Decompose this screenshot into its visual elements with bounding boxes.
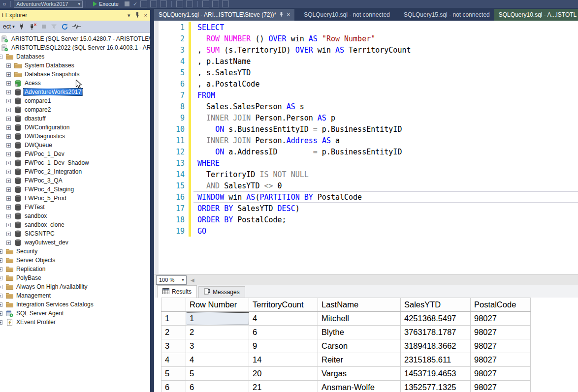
tree-item-label[interactable]: SQL Server Agent (15, 310, 64, 317)
grid-cell[interactable]: 98027 (471, 326, 531, 339)
grid-cell[interactable]: 3763178.1787 (401, 326, 471, 339)
expand-box-icon[interactable]: + (6, 170, 11, 174)
toolbar-icon[interactable] (186, 0, 193, 7)
tree-item[interactable]: +FWPoc_1_Dev_Shadow (0, 158, 150, 167)
grid-cell[interactable]: 98027 (471, 367, 531, 381)
tree-item[interactable]: +Always On High Availability (0, 282, 150, 291)
close-icon[interactable]: × (287, 11, 290, 18)
tree-item-label[interactable]: compare2 (24, 106, 52, 113)
grid-cell[interactable]: Ansman-Wolfe (318, 381, 401, 392)
code-line[interactable]: 3, SUM (s.TerritoryID) OVER win AS Terri… (154, 44, 578, 56)
expand-box-icon[interactable]: + (6, 99, 11, 103)
code-line[interactable]: 6, a.PostalCode (154, 78, 578, 90)
tree-item-label[interactable]: SICSNTPC (24, 230, 56, 237)
expand-box-icon[interactable]: + (0, 294, 2, 298)
grid-cell[interactable]: 6 (249, 326, 318, 339)
toolbar-icon[interactable] (150, 0, 157, 7)
expand-box-icon[interactable]: + (0, 276, 2, 280)
grid-cell[interactable]: Carson (318, 339, 401, 353)
document-tab[interactable]: SQLQuery1.sql - ARI...ISTOTLE\Steve (72)… (154, 9, 294, 21)
tree-item-label[interactable]: DWConfiguration (24, 124, 70, 131)
tree-item-label[interactable]: dbastuff (24, 115, 46, 122)
tree-item-label[interactable]: sandbox_clone (24, 221, 65, 228)
toolbar-icon[interactable] (212, 0, 219, 7)
code-line[interactable]: 2 ROW_NUMBER () OVER win AS "Row Number" (154, 33, 578, 44)
tree-item[interactable]: ARISTOTLE (SQL Server 15.0.4280.7 - ARIS… (0, 34, 150, 43)
grid-cell[interactable]: 4 (186, 353, 249, 367)
code-line[interactable]: 10 ON s.BusinessEntityID = p.BusinessEnt… (154, 123, 578, 135)
tree-item[interactable]: +compare2 (0, 105, 150, 114)
code-line[interactable]: 12 ON a.AddressID = p.BusinessEntityID (154, 146, 578, 157)
tree-item-label[interactable]: FWPoc_5_Prod (24, 195, 67, 202)
tree-item[interactable]: +PolyBase (0, 273, 150, 282)
expand-box-icon[interactable]: + (6, 152, 11, 156)
code-line[interactable]: 5, s.SalesYTD (154, 67, 578, 78)
tree-item[interactable]: +FWPoc_4_Staging (0, 185, 150, 194)
grid-cell[interactable]: 98027 (471, 353, 531, 367)
code-line[interactable]: 9 INNER JOIN Person.Person AS p (154, 112, 578, 123)
tree-item[interactable]: +SQL Server Agent (0, 309, 150, 318)
tree-item-label[interactable]: Acess (24, 80, 42, 87)
tree-item[interactable]: ARISTOTLE\SQL2022 (SQL Server 16.0.4003.… (0, 43, 150, 52)
tree-item-label[interactable]: Management (15, 292, 52, 299)
expand-box-icon[interactable]: + (6, 161, 11, 165)
tree-item-label[interactable]: FWTest (24, 204, 46, 211)
expand-box-icon[interactable]: + (6, 134, 11, 139)
tree-item-label[interactable]: sandbox (24, 212, 48, 219)
grid-cell[interactable]: 1453719.4653 (401, 367, 471, 381)
window-position-icon[interactable]: ▾ (128, 12, 130, 19)
expand-box-icon[interactable]: + (6, 63, 11, 68)
expand-box-icon[interactable]: + (6, 108, 11, 112)
expand-box-icon[interactable]: + (0, 249, 2, 254)
document-tab[interactable]: SQLQuery10.sql - A...ISTOTL (494, 9, 578, 21)
code-line[interactable]: 4, p.LastName (154, 56, 578, 67)
grid-column-header[interactable]: Row Number (186, 298, 249, 312)
tree-item[interactable]: +System Databases (0, 61, 150, 70)
tree-item[interactable]: +DWConfiguration (0, 123, 150, 132)
code-line[interactable]: 15 AND SalesYTD <> 0 (154, 180, 578, 191)
code-line[interactable]: 14 TerritoryID IS NOT NULL (154, 169, 578, 180)
expand-box-icon[interactable]: + (6, 232, 11, 236)
tree-item[interactable]: +FWPoc_5_Prod (0, 194, 150, 203)
tree-item-label[interactable]: FWPoc_4_Staging (24, 186, 75, 193)
grid-cell[interactable]: 4 (249, 312, 318, 326)
grid-row-header[interactable]: 3 (161, 339, 186, 353)
document-tab[interactable]: SQLQuery15.sql - not connected (399, 9, 494, 21)
tree-item[interactable]: +Replication (0, 265, 150, 273)
tree-item-label[interactable]: compare1 (24, 97, 52, 104)
stop-icon[interactable] (125, 1, 129, 6)
expand-box-icon[interactable]: + (0, 258, 2, 263)
activity-monitor-icon[interactable] (72, 24, 81, 30)
expand-box-icon[interactable]: + (0, 320, 2, 325)
tree-item[interactable]: +Integration Services Catalogs (0, 300, 150, 309)
stop-icon[interactable] (41, 24, 47, 30)
tree-item-label[interactable]: System Databases (24, 62, 75, 69)
expand-box-icon[interactable]: + (6, 143, 11, 148)
filter-icon[interactable] (51, 24, 57, 30)
execute-button[interactable]: Execute (93, 1, 119, 7)
code-line[interactable]: 8 Sales.SalesPerson AS s (154, 101, 578, 112)
code-line[interactable]: 16WINDOW win AS(PARTITION BY PostalCode (154, 191, 578, 203)
tree-item-label[interactable]: ARISTOTLE (SQL Server 15.0.4280.7 - ARIS… (10, 35, 150, 42)
expand-box-icon[interactable]: + (0, 311, 2, 316)
tree-item[interactable]: +XEvent Profiler (0, 318, 150, 327)
tree-item-label[interactable]: Server Objects (15, 257, 56, 264)
tree-item-label[interactable]: Database Snapshots (24, 71, 80, 78)
tree-item[interactable]: +FWPoc_3_QA (0, 176, 150, 185)
disconnect-icon[interactable] (30, 23, 37, 30)
grid-row-header[interactable]: 4 (161, 353, 186, 367)
grid-row-header[interactable]: 1 (161, 312, 186, 326)
expand-box-icon[interactable]: + (0, 285, 2, 289)
results-tab-results[interactable]: Results (157, 285, 197, 298)
tree-item[interactable]: +FWPoc_1_Dev (0, 150, 150, 158)
code-line[interactable]: 1SELECT (154, 22, 578, 33)
tree-item[interactable]: +Management (0, 291, 150, 300)
code-line[interactable]: 18ORDER BY PostalCode; (154, 214, 578, 225)
grid-cell[interactable]: 3 (186, 339, 249, 353)
tree-item[interactable]: +FWPoc_2_Integration (0, 167, 150, 176)
hscroll-left-arrow[interactable]: ◀ (191, 277, 194, 283)
pin-icon[interactable] (135, 12, 140, 19)
expand-box-icon[interactable]: + (6, 205, 11, 210)
grid-cell[interactable]: 1 (186, 312, 249, 326)
tree-item-label[interactable]: FWPoc_3_QA (24, 177, 64, 184)
